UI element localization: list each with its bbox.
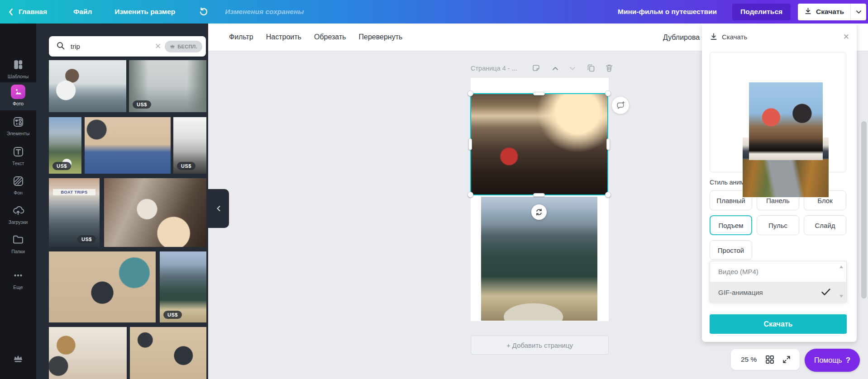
- text-icon: [10, 144, 26, 159]
- elements-icon: [10, 114, 26, 129]
- sidebar-item-text[interactable]: Текст: [0, 142, 36, 170]
- resize-handle-top[interactable]: [533, 92, 545, 95]
- checkmark-icon: [821, 288, 831, 297]
- photo-thumbnail-packing-flatlay[interactable]: [49, 251, 156, 322]
- more-dots-icon: [10, 268, 26, 283]
- photo-thumbnail-railroad[interactable]: US$: [173, 117, 206, 174]
- adjust-button[interactable]: Настроить: [266, 33, 301, 41]
- resize-handle-bottom[interactable]: [533, 193, 545, 197]
- photo-thumbnail-mountains-camper[interactable]: US$: [49, 117, 81, 174]
- photo-thumbnail-boat-trips[interactable]: BOAT TRIPS US$: [49, 178, 100, 247]
- add-page-button[interactable]: + Добавить страницу: [471, 336, 609, 355]
- download-panel-icon: [710, 33, 718, 43]
- sidebar-item-folders[interactable]: Папки: [0, 230, 36, 258]
- search-clear-icon[interactable]: ✕: [151, 42, 165, 51]
- download-panel-title: Скачать: [722, 33, 747, 41]
- boat-trips-sign-text: BOAT TRIPS: [53, 189, 95, 195]
- photo-thumbnail-scooter[interactable]: [49, 60, 126, 112]
- crop-button[interactable]: Обрезать: [314, 33, 346, 41]
- help-button[interactable]: Помощь ?: [805, 349, 860, 372]
- top-bar: Главная Файл Изменить размер Изменения с…: [0, 0, 868, 24]
- sidebar-item-uploads[interactable]: Загрузки: [0, 201, 36, 229]
- resize-handle-top-right[interactable]: [605, 90, 611, 96]
- save-status: Изменения сохранены: [225, 8, 304, 16]
- grid-view-icon[interactable]: [765, 355, 775, 365]
- premium-crown-icon[interactable]: [0, 354, 36, 364]
- search-icon: [56, 41, 65, 52]
- photo-thumbnail-suitcase-laptop[interactable]: [130, 327, 206, 379]
- resize-handle-left[interactable]: [468, 138, 472, 150]
- page-notes-icon[interactable]: [532, 64, 541, 74]
- duplicate-button[interactable]: Дублирова: [663, 24, 700, 51]
- resize-handle-top-left[interactable]: [467, 90, 473, 96]
- preview-image-women-on-car: [749, 82, 823, 160]
- templates-icon: [10, 57, 26, 72]
- animation-style-simple[interactable]: Простой: [710, 240, 752, 260]
- page-duplicate-icon[interactable]: [587, 63, 596, 74]
- rotate-handle[interactable]: [531, 204, 547, 220]
- download-panel: Скачать ✕ Стиль анимации Плавный Панель …: [702, 24, 857, 342]
- panel-collapse-tab[interactable]: [208, 189, 229, 228]
- sidebar-item-templates[interactable]: Шаблоны: [0, 55, 36, 83]
- fullscreen-icon[interactable]: [782, 355, 791, 364]
- sidebar-item-elements[interactable]: Элементы: [0, 112, 36, 140]
- document-title[interactable]: Мини-фильм о путешествии: [618, 8, 717, 16]
- background-icon: [10, 173, 26, 189]
- animation-style-pulse[interactable]: Пульс: [757, 215, 799, 235]
- download-button[interactable]: Скачать: [798, 4, 866, 20]
- download-icon: [804, 7, 812, 17]
- search-input[interactable]: [71, 43, 151, 50]
- resize-handle-bottom-left[interactable]: [467, 192, 473, 198]
- format-dropdown: Видео (MP4) GIF-анимация: [710, 261, 847, 302]
- undo-icon[interactable]: [199, 7, 209, 17]
- folder-icon: [10, 232, 26, 247]
- resize-menu[interactable]: Изменить размер: [114, 8, 175, 16]
- animation-style-rise-selected[interactable]: Подъем: [710, 215, 752, 235]
- back-chevron-icon[interactable]: [8, 8, 13, 16]
- uploads-cloud-icon: [10, 203, 26, 218]
- flip-button[interactable]: Перевернуть: [359, 33, 403, 41]
- sidebar-item-background[interactable]: Фон: [0, 171, 36, 199]
- format-option-mp4[interactable]: Видео (MP4): [710, 261, 846, 282]
- photo-thumbnail-snowy-road[interactable]: US$: [129, 60, 206, 112]
- vertical-scrollbar-thumb[interactable]: [861, 121, 867, 298]
- left-sidebar: Шаблоны Фото Элементы Текст Фон Загрузки: [0, 24, 36, 379]
- resize-handle-right[interactable]: [606, 138, 610, 150]
- share-button[interactable]: Поделиться: [732, 4, 791, 20]
- file-menu[interactable]: Файл: [73, 8, 92, 16]
- download-dropdown-caret[interactable]: [851, 4, 866, 20]
- download-confirm-button[interactable]: Скачать: [710, 314, 847, 334]
- page-move-down-icon[interactable]: [568, 65, 577, 74]
- photo-thumbnail-denim-flatlay[interactable]: [85, 117, 171, 174]
- dropdown-scroll-up-icon[interactable]: [839, 265, 843, 268]
- search-box[interactable]: ✕ БЕСПЛ.: [49, 36, 206, 57]
- format-option-gif-selected[interactable]: GIF-анимация: [710, 282, 846, 303]
- preview-image-highway: [743, 159, 829, 197]
- dropdown-scroll-down-icon[interactable]: [839, 295, 843, 298]
- photo-thumbnail-mountain-road[interactable]: US$: [160, 251, 206, 322]
- zoom-level[interactable]: 25 %: [741, 355, 757, 364]
- filter-button[interactable]: Фильтр: [229, 33, 253, 41]
- home-link[interactable]: Главная: [19, 8, 47, 16]
- price-badge: US$: [177, 162, 196, 170]
- close-icon[interactable]: ✕: [843, 32, 849, 42]
- selection-border: [470, 93, 608, 195]
- add-comment-button[interactable]: [612, 97, 629, 114]
- photo-search-panel: ✕ БЕСПЛ. US$ US$ US$ BOAT TRIPS US$ US$: [36, 24, 208, 379]
- price-badge: US$: [52, 162, 71, 170]
- sidebar-item-more[interactable]: Еще: [0, 266, 36, 294]
- price-badge: US$: [77, 235, 96, 243]
- zoom-controls: 25 %: [731, 349, 800, 370]
- price-badge: US$: [133, 100, 151, 109]
- photos-icon: [10, 84, 26, 99]
- free-filter-toggle[interactable]: БЕСПЛ.: [165, 41, 202, 52]
- resize-handle-bottom-right[interactable]: [605, 192, 611, 198]
- price-badge: US$: [163, 311, 182, 319]
- photo-thumbnail-couple-driving[interactable]: [104, 178, 206, 247]
- sidebar-item-photos[interactable]: Фото: [0, 82, 36, 110]
- page-move-up-icon[interactable]: [551, 65, 559, 74]
- animation-style-slide[interactable]: Слайд: [804, 215, 846, 235]
- page-label[interactable]: Страница 4 - ...: [471, 65, 517, 72]
- photo-thumbnail-travel-planning[interactable]: [49, 327, 127, 379]
- page-delete-icon[interactable]: [605, 63, 614, 74]
